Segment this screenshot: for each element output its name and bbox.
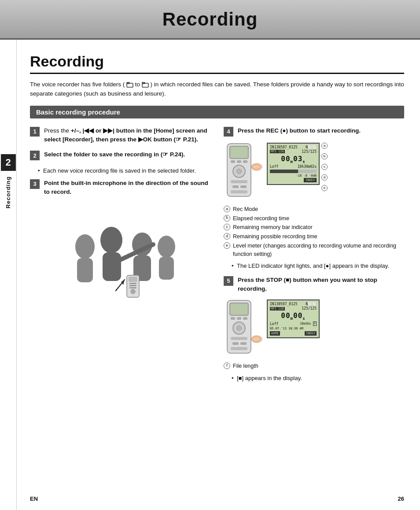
svg-rect-31 — [231, 190, 247, 193]
svg-rect-22 — [230, 146, 248, 159]
lcd-stop-header: IN130507_0125 — [270, 302, 298, 306]
step-3: 3 Point the built-in microphone in the d… — [30, 179, 210, 197]
svg-point-27 — [237, 169, 241, 174]
lcd-bar-rec — [270, 170, 317, 173]
lcd-stop-date: 05.07.'13 10:30 AM — [270, 327, 317, 330]
chapter-number: 2 — [1, 154, 16, 171]
circle-d: d — [321, 174, 328, 181]
anno-text-b: Elapsed recording time — [233, 214, 289, 223]
lcd-step5: IN130507_0125 N⬜⬜ MP3 128 125/125 00m00s… — [267, 299, 320, 338]
lcd-mode: MP3 128 — [270, 150, 285, 153]
circle-label-e: e — [224, 242, 230, 249]
lcd-time-stop: 00m00s — [270, 311, 317, 321]
circle-a: a — [321, 143, 328, 149]
lcd-db-row: -18 -8 -0dB — [270, 174, 317, 177]
lcd-remaining-time: 10h30m02s — [298, 165, 317, 169]
svg-rect-41 — [231, 337, 247, 340]
lcd-stop-screen: IN130507_0125 N⬜⬜ MP3 128 125/125 00m00s… — [267, 299, 320, 338]
circle-label-a: a — [224, 206, 230, 212]
step4-illustration: IN130507_0125 N⬜⬜ MP3 128 125/125 00m03s… — [224, 143, 404, 202]
lcd-stop-loff: Loff — [270, 322, 278, 326]
svg-rect-16 — [129, 285, 136, 286]
lcd-home-btn: HOME — [270, 331, 280, 336]
anno-text-a: Rec Mode — [233, 205, 258, 214]
annotations-stop: f File length — [224, 362, 404, 370]
svg-rect-23 — [231, 160, 235, 163]
section-header: Basic recording procedure — [30, 106, 404, 118]
svg-rect-15 — [129, 283, 136, 284]
svg-rect-17 — [129, 287, 136, 288]
device-step4 — [224, 143, 263, 202]
annotation-f: f File length — [224, 362, 404, 370]
step-text-4: Press the REC (●) button to start record… — [238, 126, 361, 135]
lcd-mode-row: MP3 128 125/125 — [270, 150, 317, 154]
lcd-index-btn: INDEX — [304, 178, 317, 182]
annotation-a: a Rec Mode — [224, 205, 404, 214]
step-text-2: Select the folder to save the recording … — [44, 150, 185, 159]
circle-b: b — [321, 153, 328, 159]
lcd-stop-mode: MP3 128 — [270, 307, 285, 310]
annotation-c: c Remaining memory bar indicator — [224, 223, 404, 232]
anno-text-e: Level meter (changes according to record… — [233, 242, 404, 259]
lcd-stop-remaining: 28m56s f — [300, 322, 317, 325]
svg-rect-11 — [159, 257, 174, 280]
svg-point-10 — [158, 236, 175, 258]
step-text-5: Press the STOP (■) button when you want … — [238, 276, 404, 294]
lcd-stop-header-row: IN130507_0125 N⬜⬜ — [270, 302, 317, 306]
lcd-counter: 125/125 — [302, 150, 317, 154]
step-5: 5 Press the STOP (■) button when you wan… — [224, 276, 404, 294]
header-bar: Recording — [0, 0, 420, 40]
lcd-stop-index-btn: INDEX — [305, 331, 317, 336]
circle-c: c — [321, 164, 328, 170]
circle-label-c: c — [224, 224, 230, 230]
two-col-layout: 1 Press the +/–, |◀◀ or ▶▶| button in th… — [30, 126, 404, 386]
svg-rect-29 — [232, 185, 239, 188]
lcd-stop-loff-row: Loff 28m56s f — [270, 322, 317, 326]
annotations-rec: a Rec Mode b Elapsed recording time c Re… — [224, 205, 404, 259]
step5-illustration: IN130507_0125 N⬜⬜ MP3 128 125/125 00m00s… — [224, 299, 404, 358]
lcd-rec-screen: IN130507_0125 N⬜⬜ MP3 128 125/125 00m03s… — [267, 143, 320, 185]
folder-icon-5 — [142, 81, 149, 88]
step-num-1: 1 — [30, 127, 40, 137]
f-label: f — [313, 322, 317, 326]
col-right: 4 Press the REC (●) button to start reco… — [224, 126, 404, 386]
col-left: 1 Press the +/–, |◀◀ or ▶▶| button in th… — [30, 126, 210, 386]
svg-rect-14 — [129, 277, 137, 282]
people-silhouette-svg — [54, 203, 186, 299]
header-title: Recording — [162, 9, 258, 30]
annotation-e: e Level meter (changes according to reco… — [224, 242, 404, 259]
anno-text-c: Remaining memory bar indicator — [233, 223, 313, 232]
svg-rect-33 — [252, 165, 260, 169]
silhouette-illustration — [30, 203, 210, 299]
recorder-device-svg-4 — [224, 143, 263, 200]
lcd-step4: IN130507_0125 N⬜⬜ MP3 128 125/125 00m03s… — [267, 143, 320, 185]
svg-rect-25 — [243, 160, 247, 163]
side-letter-labels: a b c d e — [321, 143, 328, 191]
anno-text-d: Remaining possible recording time — [233, 233, 317, 241]
step-num-2: 2 — [30, 151, 40, 160]
step-text-3: Point the built-in microphone in the dir… — [44, 179, 210, 197]
sidebar-label: Recording — [5, 176, 11, 208]
folder-icon-1 — [126, 81, 133, 88]
circle-label-b: b — [224, 215, 230, 222]
svg-rect-24 — [237, 160, 241, 163]
svg-rect-36 — [231, 317, 235, 320]
svg-rect-37 — [237, 317, 241, 320]
lcd-index-btn-row: INDEX — [270, 178, 317, 182]
svg-point-18 — [131, 289, 135, 294]
lcd-stop-battery: N⬜⬜ — [306, 302, 317, 306]
intro-text: The voice recorder has five folders ( to… — [30, 80, 404, 99]
annotation-d: d Remaining possible recording time — [224, 233, 404, 241]
main-content: Recording The voice recorder has five fo… — [17, 40, 420, 395]
anno-text-f: File length — [233, 362, 258, 370]
lcd-header: IN130507_0125 — [270, 145, 298, 149]
circle-e: e — [321, 185, 328, 191]
svg-rect-44 — [231, 347, 247, 350]
svg-rect-7 — [103, 252, 121, 281]
step-text-1: Press the +/–, |◀◀ or ▶▶| button in the … — [44, 126, 210, 144]
bullet-step2: Each new voice recording file is saved i… — [30, 166, 210, 175]
step-num-3: 3 — [30, 179, 40, 189]
svg-rect-35 — [230, 303, 248, 315]
lcd-battery: N⬜⬜ — [306, 145, 317, 149]
lcd-stop-mode-row: MP3 128 125/125 — [270, 307, 317, 310]
